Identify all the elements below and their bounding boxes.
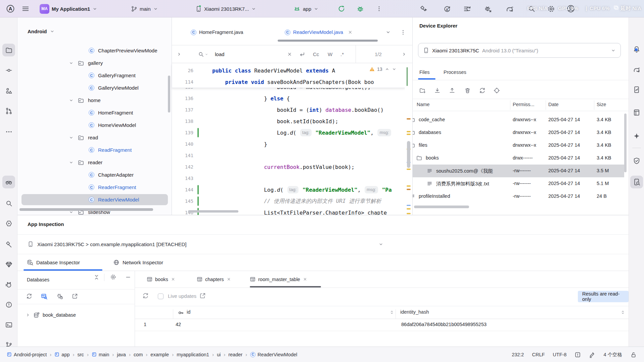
inspection-process-selector[interactable]: Xiaomi 23013RK75C > com.example.myapplic… xyxy=(28,234,383,254)
hidden-tabs-button[interactable] xyxy=(385,26,391,38)
caret-position[interactable]: 232:2 xyxy=(512,352,524,357)
breadcrumb-item-main[interactable]: main xyxy=(92,352,109,357)
build-button[interactable] xyxy=(420,0,427,17)
column-identity-hash[interactable]: identity_hash xyxy=(400,309,429,315)
tree-item-read[interactable]: read xyxy=(17,131,172,144)
tree-item-galleryviewmodel[interactable]: CGalleryViewModel xyxy=(17,82,172,94)
profiler-button[interactable] xyxy=(463,0,471,17)
column-id[interactable]: id xyxy=(187,309,190,315)
breadcrumb-item-java[interactable]: java xyxy=(117,352,126,357)
databases-settings-button[interactable] xyxy=(109,273,118,281)
prev-problem-icon[interactable] xyxy=(385,67,389,72)
find-multiline-toggle[interactable] xyxy=(299,45,305,63)
sidebar-item-app-inspection[interactable] xyxy=(2,176,15,188)
column-size[interactable]: Size xyxy=(597,102,606,107)
sidebar-item-terminal[interactable] xyxy=(2,318,15,331)
tab-homefragment[interactable]: C HomeFragment.java xyxy=(191,26,243,38)
account-button[interactable] xyxy=(567,0,575,17)
rerun-button[interactable] xyxy=(338,0,345,17)
editor-error-stripe[interactable] xyxy=(405,64,412,215)
sidebar-item-resource-manager[interactable] xyxy=(2,84,15,97)
goto-location-button[interactable] xyxy=(492,85,502,95)
tree-item-readerviewmodel[interactable]: CReaderViewModel xyxy=(17,193,172,206)
sidebar-item-device-manager-right[interactable] xyxy=(630,83,643,96)
sort-icon[interactable] xyxy=(389,310,394,315)
tree-item-gallery[interactable]: gallery xyxy=(17,57,172,69)
grid-row[interactable]: 1 42 86daf206a784540bb21b005498955253 xyxy=(135,319,629,331)
grid-tab-room-master-table[interactable]: room_master_table xyxy=(250,271,307,287)
vcs-branch-widget[interactable]: main xyxy=(131,0,158,17)
database-tree-item[interactable]: book_database xyxy=(26,309,76,321)
grid-refresh-button[interactable] xyxy=(142,292,149,299)
device-selector[interactable]: Xiaomi 23013RK7... xyxy=(195,0,256,17)
chevron-down-icon[interactable] xyxy=(69,61,74,65)
breadcrumb-item-android-project[interactable]: Android-project xyxy=(7,352,47,357)
apply-changes-button[interactable]: A xyxy=(443,0,451,17)
readonly-indicator-icon[interactable] xyxy=(574,352,581,358)
settings-button[interactable] xyxy=(547,0,555,17)
close-icon[interactable] xyxy=(303,277,307,281)
attach-debugger-button[interactable] xyxy=(484,0,492,17)
find-expand-chevron[interactable] xyxy=(177,45,182,63)
breadcrumb-item-com[interactable]: com xyxy=(134,352,143,357)
upload-button[interactable] xyxy=(447,85,457,95)
column-permissions[interactable]: Permiss... xyxy=(513,102,534,107)
breadcrumb-item-ui[interactable]: ui xyxy=(217,352,221,357)
tab-network-inspector[interactable]: Network Inspector xyxy=(113,254,163,271)
sidebar-item-pull-requests[interactable] xyxy=(2,104,15,117)
find-regex-button[interactable]: .* xyxy=(340,45,344,63)
breadcrumb-item-app[interactable]: app xyxy=(54,352,70,357)
breadcrumb-item-example[interactable]: example xyxy=(150,352,169,357)
tree-item-readfragment[interactable]: CReadFragment xyxy=(17,144,172,156)
chevron-down-icon[interactable] xyxy=(69,160,74,165)
editor-vertical-scrollbar[interactable] xyxy=(407,141,410,168)
collapse-all-button[interactable] xyxy=(92,273,101,281)
editor-horizontal-scrollbar[interactable] xyxy=(188,210,238,213)
highlighting-level-icon[interactable] xyxy=(589,352,595,358)
close-icon[interactable] xyxy=(348,30,353,35)
breadcrumb-item-src[interactable]: src xyxy=(78,352,84,357)
find-match-case-button[interactable]: Cc xyxy=(313,45,319,63)
run-config-selector[interactable]: app xyxy=(293,0,319,17)
tree-item-home[interactable]: home xyxy=(17,94,172,106)
breadcrumb-item-readerviewmodel[interactable]: CReaderViewModel xyxy=(250,352,297,357)
notifications-button[interactable] xyxy=(630,43,643,56)
search-everywhere-button[interactable] xyxy=(528,0,535,17)
debug-button[interactable] xyxy=(357,0,364,17)
download-button[interactable] xyxy=(432,85,442,95)
file-row-files[interactable]: filesdrwxrwx--x2025-04-27 143.4 KB xyxy=(413,139,624,152)
grid-tab-chapters[interactable]: chapters xyxy=(197,271,231,287)
file-row-消费系男神加料版3改.txt[interactable]: 消费系男神加料版3改.txt-rw-------2025-04-27 145.1… xyxy=(413,177,624,190)
breadcrumb-item-myapplication1[interactable]: myapplication1 xyxy=(177,352,209,357)
sidebar-item-problems[interactable] xyxy=(2,298,15,311)
live-updates-checkbox[interactable] xyxy=(158,293,164,299)
column-name[interactable]: Name xyxy=(417,102,430,107)
file-row-profileInstalled[interactable]: profileInstalled-rw-------2025-04-27 142… xyxy=(413,190,624,203)
refresh-button[interactable] xyxy=(477,85,487,95)
tabbar-scrollbar[interactable] xyxy=(278,40,378,42)
sidebar-item-play-policy[interactable] xyxy=(630,154,643,167)
column-date[interactable]: Date xyxy=(548,102,559,107)
file-encoding[interactable]: UTF-8 xyxy=(553,352,566,357)
file-row-databases[interactable]: databasesdrwxrwx--x2025-04-27 143.4 KB xyxy=(413,126,624,139)
sort-icon[interactable] xyxy=(620,310,625,315)
tree-item-homeviewmodel[interactable]: CHomeViewModel xyxy=(17,119,172,131)
tree-item-galleryfragment[interactable]: CGalleryFragment xyxy=(17,69,172,82)
sidebar-item-more-tools[interactable] xyxy=(2,125,15,138)
tree-item-chapteradapter[interactable]: CChapterAdapter xyxy=(17,169,172,181)
editor-options-button[interactable] xyxy=(400,26,406,38)
new-folder-button[interactable] xyxy=(417,85,427,95)
sidebar-item-find[interactable] xyxy=(2,197,15,210)
tab-processes[interactable]: Processes xyxy=(444,65,466,79)
sidebar-item-commit[interactable] xyxy=(2,64,15,77)
project-horizontal-scrollbar[interactable] xyxy=(19,208,153,211)
chevron-down-icon[interactable] xyxy=(69,98,74,103)
breadcrumb-item-reader[interactable]: reader xyxy=(228,352,242,357)
file-row-code_cache[interactable]: code_cachedrwxrws--x2025-04-27 143.4 KB xyxy=(413,114,624,126)
keep-connections-button[interactable] xyxy=(55,292,64,301)
find-words-button[interactable]: W xyxy=(328,45,332,63)
hide-panel-button[interactable] xyxy=(124,273,132,281)
inspection-widget[interactable]: 13 xyxy=(369,66,397,72)
find-input[interactable]: load xyxy=(215,45,224,63)
sidebar-item-logcat[interactable] xyxy=(2,278,15,291)
